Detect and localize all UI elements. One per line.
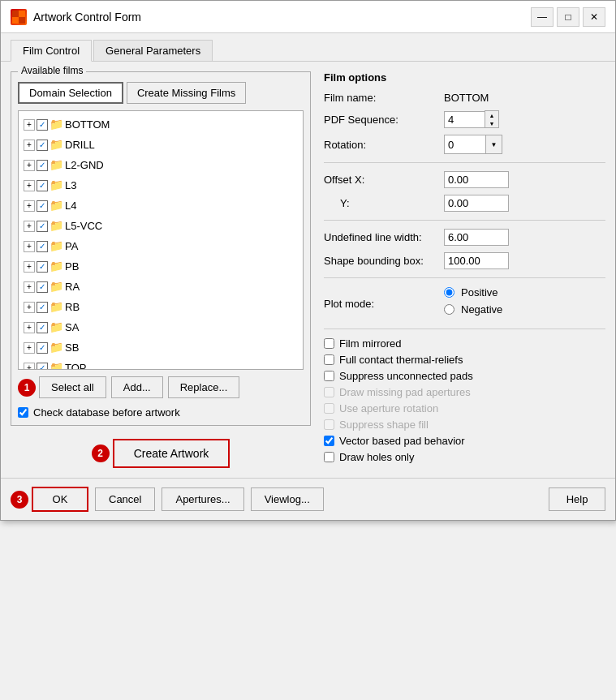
title-bar: Artwork Control Form — □ ✕ (1, 1, 615, 33)
tree-expander[interactable]: + (24, 140, 35, 151)
undefined-line-width-input[interactable] (444, 229, 509, 246)
tab-bar: Film Control General Parameters (1, 33, 615, 62)
maximize-button[interactable]: □ (557, 7, 579, 27)
domain-buttons: Domain Selection Create Missing Films (18, 82, 304, 104)
title-bar-left: Artwork Control Form (11, 9, 141, 25)
tree-item-label: TOP (65, 360, 87, 370)
tab-film-control[interactable]: Film Control (11, 40, 92, 62)
tree-checkbox[interactable]: ✓ (37, 140, 48, 151)
offset-x-input[interactable] (444, 171, 509, 188)
badge-1: 1 (18, 379, 36, 397)
help-button[interactable]: Help (549, 487, 605, 511)
tree-expander[interactable]: + (24, 322, 35, 333)
tree-item-label: BOTTOM (65, 117, 110, 133)
check-database-label: Check database before artwork (33, 406, 180, 419)
viewlog-button[interactable]: Viewlog... (251, 487, 324, 511)
tree-checkbox[interactable]: ✓ (37, 302, 48, 313)
film-mirrored-label: Film mirrored (339, 337, 402, 350)
left-panel: Available films Domain Selection Create … (11, 71, 311, 468)
tree-item: + ✓ 📁 L5-VCC (22, 216, 299, 236)
tree-checkbox[interactable]: ✓ (37, 363, 48, 371)
replace-button[interactable]: Replace... (168, 376, 240, 398)
create-artwork-button[interactable]: Create Artwork (113, 439, 230, 468)
action-buttons: 1 Select all Add... Replace... (18, 376, 304, 398)
tree-checkbox[interactable]: ✓ (37, 200, 48, 212)
film-mirrored-option: Film mirrored (324, 337, 605, 350)
apertures-button[interactable]: Apertures... (162, 487, 243, 511)
folder-icon: 📁 (50, 298, 63, 316)
film-mirrored-checkbox[interactable] (324, 338, 334, 349)
create-missing-films-button[interactable]: Create Missing Films (127, 82, 246, 104)
suppress-shape-option: Suppress shape fill (324, 419, 605, 431)
tree-expander[interactable]: + (24, 342, 35, 354)
tree-item: + ✓ 📁 SA (22, 317, 299, 337)
cancel-button[interactable]: Cancel (95, 487, 155, 511)
rotation-dropdown[interactable]: ▼ (444, 135, 502, 154)
folder-icon: 📁 (50, 217, 63, 234)
draw-missing-checkbox (324, 387, 334, 397)
tree-expander[interactable]: + (24, 119, 35, 131)
tree-checkbox[interactable]: ✓ (37, 221, 48, 232)
draw-holes-option: Draw holes only (324, 451, 605, 463)
tree-expander[interactable]: + (24, 281, 35, 293)
tree-checkbox[interactable]: ✓ (37, 160, 48, 171)
tree-checkbox[interactable]: ✓ (37, 281, 48, 293)
tree-checkbox[interactable]: ✓ (37, 119, 48, 131)
tree-expander[interactable]: + (24, 160, 35, 171)
ok-button[interactable]: OK (32, 487, 88, 512)
badge-2: 2 (92, 444, 110, 462)
tree-expander[interactable]: + (24, 261, 35, 273)
tree-checkbox[interactable]: ✓ (37, 322, 48, 333)
tree-checkbox[interactable]: ✓ (37, 180, 48, 191)
tab-general-parameters[interactable]: General Parameters (93, 40, 213, 61)
tree-checkbox[interactable]: ✓ (37, 261, 48, 273)
check-database-checkbox[interactable] (18, 407, 28, 418)
tree-item-label: RA (65, 279, 80, 295)
full-contact-checkbox[interactable] (324, 354, 334, 365)
tree-expander[interactable]: + (24, 200, 35, 212)
plot-mode-negative-row: Negative (444, 303, 502, 316)
folder-icon: 📁 (50, 116, 63, 133)
folder-icon: 📁 (50, 177, 63, 194)
folder-icon: 📁 (50, 359, 63, 370)
vector-based-checkbox[interactable] (324, 436, 334, 446)
tree-checkbox[interactable]: ✓ (37, 342, 48, 354)
select-all-button[interactable]: Select all (39, 376, 106, 398)
plot-mode-positive-radio[interactable] (444, 287, 454, 298)
tree-expander[interactable]: + (24, 302, 35, 313)
folder-icon: 📁 (50, 319, 63, 336)
dropdown-arrow-icon[interactable]: ▼ (485, 135, 502, 153)
tree-item: + ✓ 📁 L2-GND (22, 155, 299, 175)
tree-item-label: L4 (65, 198, 76, 214)
spinner-up[interactable]: ▲ (485, 111, 498, 119)
rotation-input[interactable] (445, 137, 485, 152)
undefined-line-width-label: Undefined line width: (324, 231, 437, 243)
add-button[interactable]: Add... (111, 376, 163, 398)
domain-selection-button[interactable]: Domain Selection (18, 82, 123, 104)
film-tree[interactable]: + ✓ 📁 BOTTOM + ✓ 📁 DRILL + ✓ 📁 (18, 110, 304, 370)
pdf-sequence-row: PDF Sequence: ▲ ▼ (324, 110, 605, 128)
tree-expander[interactable]: + (24, 221, 35, 232)
close-button[interactable]: ✕ (583, 7, 605, 27)
draw-holes-checkbox[interactable] (324, 452, 334, 462)
tree-item: + ✓ 📁 L3 (22, 175, 299, 195)
plot-mode-negative-radio[interactable] (444, 304, 454, 315)
spinner-down[interactable]: ▼ (485, 119, 498, 127)
minimize-button[interactable]: — (531, 7, 554, 27)
use-aperture-label: Use aperture rotation (339, 402, 438, 414)
shape-bounding-box-input[interactable] (444, 252, 509, 269)
plot-mode-negative-label: Negative (461, 303, 502, 316)
suppress-unconnected-checkbox[interactable] (324, 371, 334, 381)
tree-expander[interactable]: + (24, 180, 35, 191)
tree-expander[interactable]: + (24, 241, 35, 252)
pdf-sequence-input[interactable] (444, 111, 485, 128)
tree-checkbox[interactable]: ✓ (37, 241, 48, 252)
svg-rect-3 (19, 17, 25, 24)
suppress-shape-label: Suppress shape fill (339, 419, 429, 431)
pdf-sequence-spinner: ▲ ▼ (444, 110, 499, 128)
folder-icon: 📁 (50, 258, 63, 275)
undefined-line-width-row: Undefined line width: (324, 229, 605, 246)
tree-expander[interactable]: + (24, 363, 35, 371)
offset-y-input[interactable] (444, 195, 509, 212)
film-options-title: Film options (324, 71, 605, 84)
